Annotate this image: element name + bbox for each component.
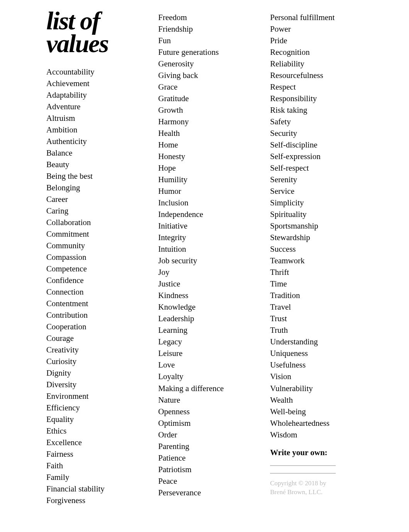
value-item: Initiative xyxy=(158,220,255,232)
value-item: Confidence xyxy=(46,274,143,286)
value-item: Inclusion xyxy=(158,197,255,208)
value-item: Learning xyxy=(158,324,255,336)
value-item: Travel xyxy=(270,301,367,313)
value-item: Authenticity xyxy=(46,136,143,147)
value-item: Pride xyxy=(270,35,367,46)
value-item: Honesty xyxy=(158,151,255,162)
value-item: Love xyxy=(158,359,255,371)
value-item: Efficiency xyxy=(46,402,143,413)
value-item: Peace xyxy=(158,475,255,487)
value-item: Altruism xyxy=(46,112,143,124)
value-item: Wholeheartedness xyxy=(270,417,367,429)
value-item: Commitment xyxy=(46,228,143,240)
value-item: Openness xyxy=(158,406,255,417)
value-item: Career xyxy=(46,193,143,205)
value-item: Home xyxy=(158,139,255,151)
value-item: Freedom xyxy=(158,12,255,23)
value-item: Joy xyxy=(158,266,255,278)
value-item: Environment xyxy=(46,390,143,402)
value-item: Financial stability xyxy=(46,483,143,495)
value-item: Loyalty xyxy=(158,371,255,382)
value-item: Connection xyxy=(46,286,143,298)
value-item: Family xyxy=(46,471,143,483)
value-item: Achievement xyxy=(46,78,143,89)
value-item: Reliability xyxy=(270,58,367,69)
value-item: Compassion xyxy=(46,251,143,263)
value-item: Ethics xyxy=(46,425,143,437)
value-item: Beauty xyxy=(46,159,143,170)
value-item: Nature xyxy=(158,394,255,406)
value-item: Success xyxy=(270,243,367,255)
value-item: Self-expression xyxy=(270,151,367,162)
value-item: Competence xyxy=(46,263,143,274)
value-item: Legacy xyxy=(158,336,255,347)
value-item: Wealth xyxy=(270,394,367,406)
value-item: Caring xyxy=(46,205,143,217)
value-item: Recognition xyxy=(270,46,367,58)
value-item: Curiosity xyxy=(46,356,143,367)
value-item: Fairness xyxy=(46,448,143,460)
value-item: Contentment xyxy=(46,298,143,309)
value-item: Forgiveness xyxy=(46,495,143,506)
value-item: Ambition xyxy=(46,124,143,136)
value-item: Accountability xyxy=(46,66,143,78)
value-item: Making a difference xyxy=(158,383,255,394)
value-item: Personal fulfillment xyxy=(270,12,367,23)
value-item: Harmony xyxy=(158,116,255,127)
value-item: Self-discipline xyxy=(270,139,367,151)
value-item: Risk taking xyxy=(270,104,367,116)
value-item: Balance xyxy=(46,147,143,159)
value-item: Giving back xyxy=(158,69,255,81)
value-item: Stewardship xyxy=(270,232,367,243)
value-item: Faith xyxy=(46,460,143,471)
value-item: Independence xyxy=(158,208,255,220)
value-item: Sportsmanship xyxy=(270,220,367,232)
value-item: Respect xyxy=(270,81,367,93)
value-item: Job security xyxy=(158,255,255,266)
value-item: Being the best xyxy=(46,170,143,182)
value-item: Uniqueness xyxy=(270,347,367,359)
value-item: Fun xyxy=(158,35,255,46)
value-item: Tradition xyxy=(270,290,367,301)
value-item: Humility xyxy=(158,174,255,185)
copyright: Copyright © 2018 by Brené Brown, LLC. xyxy=(270,479,367,497)
value-item: Belonging xyxy=(46,182,143,193)
value-item: Patience xyxy=(158,452,255,464)
value-item: Optimism xyxy=(158,417,255,429)
value-item: Self-respect xyxy=(270,162,367,174)
value-item: Understanding xyxy=(270,336,367,347)
value-item: Gratitude xyxy=(158,93,255,104)
value-item: Simplicity xyxy=(270,197,367,208)
value-item: Service xyxy=(270,185,367,197)
copyright-line-1: Copyright © 2018 by xyxy=(270,479,326,487)
value-item: Collaboration xyxy=(46,217,143,228)
value-item: Trust xyxy=(270,313,367,324)
value-item: Wisdom xyxy=(270,429,367,441)
value-item: Health xyxy=(158,127,255,139)
page-title: list of values xyxy=(46,9,143,55)
page: list of values AccountabilityAchievement… xyxy=(0,0,409,532)
value-item: Serenity xyxy=(270,174,367,185)
value-item: Diversity xyxy=(46,379,143,390)
value-item: Parenting xyxy=(158,441,255,452)
value-item: Adaptability xyxy=(46,89,143,101)
value-item: Responsibility xyxy=(270,93,367,104)
values-list: AccountabilityAchievementAdaptabilityAdv… xyxy=(46,12,367,506)
value-item: Generosity xyxy=(158,58,255,69)
value-item: Time xyxy=(270,278,367,290)
value-item: Patriotism xyxy=(158,464,255,475)
copyright-line-2: Brené Brown, LLC. xyxy=(270,488,323,496)
value-item: Future generations xyxy=(158,46,255,58)
value-item: Perseverance xyxy=(158,487,255,498)
write-your-own-line-2 xyxy=(270,473,336,474)
value-item: Adventure xyxy=(46,101,143,112)
content-columns: list of values AccountabilityAchievement… xyxy=(46,12,367,506)
value-item: Intuition xyxy=(158,243,255,255)
value-item: Creativity xyxy=(46,344,143,356)
value-item: Power xyxy=(270,23,367,35)
write-your-own-line-1 xyxy=(270,465,336,466)
value-item: Order xyxy=(158,429,255,441)
value-item: Equality xyxy=(46,413,143,425)
value-item: Security xyxy=(270,127,367,139)
value-item: Thrift xyxy=(270,266,367,278)
